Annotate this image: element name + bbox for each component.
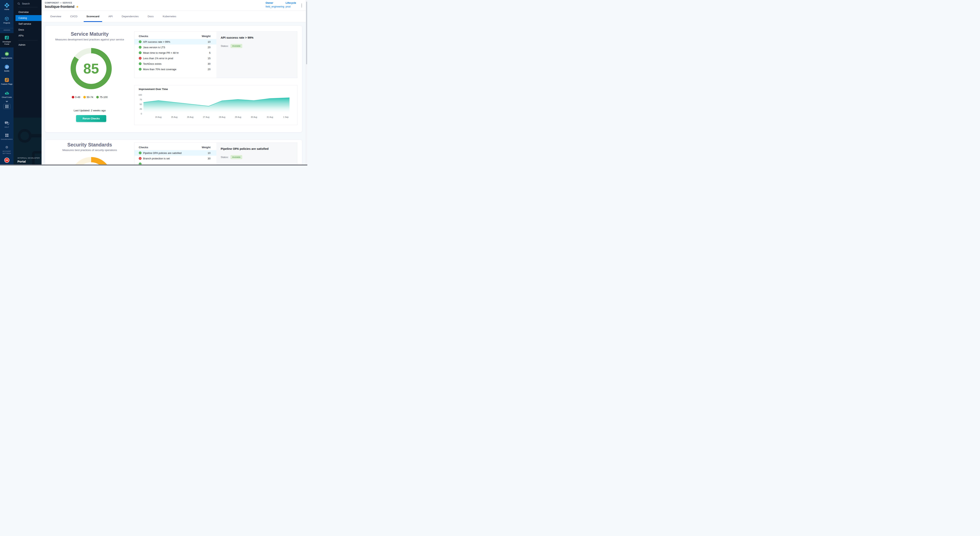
rail-item-account-settings[interactable]: ⚙ACCOUNT SETTINGS [0,143,14,156]
weight-column-header: Weight [202,35,210,39]
sidebar-item-apis[interactable]: APIs [14,33,41,39]
tab-ci-cd[interactable]: CI/CD [69,11,79,22]
check-label: API success rate > 99% [143,40,203,43]
checks-panel: Checks Weight ✓API success rate > 99%10✓… [134,31,298,78]
check-row[interactable]: ✕Branch protection is set30 [134,156,216,161]
rail-item-cloud-costs[interactable]: $Cloud Costs [0,89,14,100]
rail-item-label: ACCOUNT SETTINGS [0,150,13,154]
lifecycle-meta: Lifecycle prod [286,2,296,8]
horizontal-scrollbar-thumb[interactable] [0,164,307,165]
vertical-scrollbar-thumb[interactable] [306,2,307,64]
check-detail-title: Pipeline OPA policies are satisfied [221,147,293,150]
axis-tick-label: 31 Aug [267,116,273,118]
rerun-checks-button[interactable]: Rerun Checks [76,115,106,122]
rail-item-label: Builds [4,70,10,72]
sidebar-item-admin[interactable]: Admin [14,42,41,48]
axis-tick-label: 0 [141,113,142,115]
scorecard-title: Security Standards [45,142,134,148]
axis-tick-label: 26 Aug [187,116,194,118]
tab-api[interactable]: API [107,11,114,22]
check-row[interactable]: ✓API success rate > 99%10 [134,39,216,45]
check-weight: 20 [203,68,210,71]
check-row[interactable]: ✓Java version is LTS20 [134,45,216,50]
sidebar-item-self-service[interactable]: Self service [14,21,41,27]
sidebar-item-catalog[interactable]: Catalog [16,15,41,21]
check-weight: 30 [203,62,210,65]
rail-item-label: HELP [5,126,9,128]
area-series [143,98,290,114]
checks-column-header: Checks [139,35,148,39]
axis-tick-label: 1 Sep [283,116,289,118]
check-label: Pipeline OPA policies are satisfied [143,151,203,154]
check-status-passed-icon: ✓ [139,151,142,154]
checks-panel: Checks Weight ✓Pipeline OPA policies are… [134,143,298,165]
more-options-icon[interactable] [300,3,304,8]
rail-item-deployments[interactable]: Deployments [0,50,14,60]
check-row[interactable]: ✓TechDocs exists30 [134,61,216,67]
cube-icon [4,16,10,21]
tab-overview[interactable]: Overview [49,11,62,22]
rail-item-feature-flags[interactable]: Feature Flags [0,76,14,87]
vertical-scrollbar[interactable] [306,0,307,165]
rail-item-projects[interactable]: Projects [0,15,14,25]
axis-tick-label: 30 Aug [251,116,257,118]
check-row[interactable]: ✓Mean time to merge PR < 48 hr5 [134,50,216,56]
check-weight: 10 [203,151,210,154]
last-updated: Last Updated: 2 weeks ago [45,109,134,112]
check-label: Less than 1% error in prod [143,57,203,60]
rail-item-label: DASHBOARDS [1,138,13,140]
rail-item-developer-portal[interactable]: Developer Portal [0,33,14,47]
module-rail: HomeProjectsDeveloper PortalDeploymentsB… [0,0,14,165]
score-legend: 0-4950-7475-100 [45,95,134,99]
portal-sidebar: Search OverviewCatalogSelf serviceDocsAP… [14,0,41,165]
legend-dot [96,96,99,99]
module-browser-icon[interactable] [3,104,10,109]
check-label: More than 70% test coverage [143,68,203,71]
chevron-down-icon[interactable] [5,101,8,102]
scorecard-content: Service Maturity Measures development be… [41,22,307,165]
status-badge: PASSED [231,155,242,159]
page-title: boutique-frontend [45,5,75,9]
horizontal-scrollbar[interactable] [0,164,307,165]
tab-kubernetes[interactable]: Kubernetes [162,11,177,22]
rail-item-label: Developer Portal [0,41,13,45]
tab-docs[interactable]: Docs [146,11,155,22]
check-label: Branch protection is set [143,157,203,160]
check-status-failed-icon: ✕ [139,157,142,160]
favorite-star-icon[interactable]: ★ [76,5,79,8]
rail-item-builds[interactable]: Builds [0,63,14,73]
help-icon: ? [4,121,10,126]
sidebar-item-docs[interactable]: Docs [14,27,41,33]
check-status-passed-icon: ✓ [139,51,142,54]
scorecard-title: Service Maturity [45,31,134,37]
check-row[interactable]: ✓More than 70% test coverage20 [134,67,216,72]
score-gauge [70,157,112,165]
rail-item-dashboards[interactable]: DASHBOARDS [0,132,14,142]
check-weight: 15 [203,57,210,60]
check-row[interactable]: ✕Less than 1% error in prod15 [134,56,216,61]
score-gauge: 85 [70,48,112,89]
lifecycle-value: prod [286,5,296,8]
feature-flags-icon [4,78,10,83]
builds-icon [4,64,10,69]
sidebar-item-overview[interactable]: Overview [14,9,41,15]
cloud-costs-icon: $ [4,91,10,95]
avatar[interactable]: HM [4,157,10,163]
module-rail-items: HomeProjectsDeveloper PortalDeploymentsB… [0,0,14,100]
check-status-passed-icon: ✓ [139,46,142,49]
scorecard-subtitle: Measures development best practices agai… [45,38,134,41]
collapse-handle[interactable] [3,30,10,30]
axis-tick-label: 75 [140,99,142,101]
breadcrumb: COMPONENT — SERVICE [45,2,72,4]
check-weight: 30 [203,157,210,160]
check-row[interactable]: ✓Pipeline OPA policies are satisfied10 [134,150,216,156]
owner-link[interactable]: field_engineering [266,5,284,8]
tab-scorecard[interactable]: Scorecard [85,11,100,22]
check-status-passed-icon: ✓ [139,68,142,71]
rail-item-help[interactable]: ?HELP [0,119,14,129]
axis-tick-label: 24 Aug [155,116,162,118]
rail-item-home[interactable]: Home [0,2,14,12]
legend-item: 50-74 [83,95,93,99]
search-input[interactable]: Search [14,0,41,7]
tab-dependencies[interactable]: Dependencies [121,11,140,22]
